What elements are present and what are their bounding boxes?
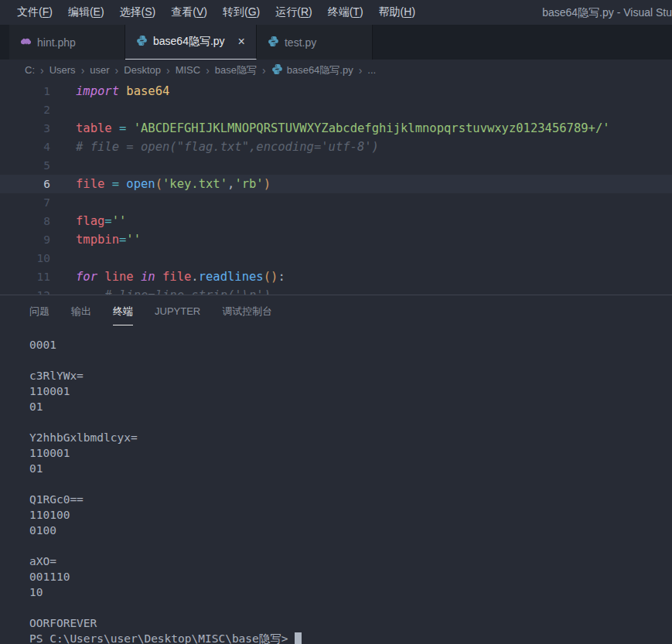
panel-tab-bar: 问题输出终端JUPYTER调试控制台 bbox=[0, 295, 672, 326]
panel-tab-output[interactable]: 输出 bbox=[71, 297, 91, 325]
menu-item-help[interactable]: 帮助(H) bbox=[371, 2, 423, 22]
code-token bbox=[112, 121, 119, 135]
terminal-output-line: 01 bbox=[29, 399, 672, 414]
breadcrumb-item[interactable]: ... bbox=[367, 64, 376, 76]
code-line[interactable]: 6file = open('key.txt','rb') bbox=[0, 175, 672, 193]
line-number[interactable]: 1 bbox=[0, 82, 50, 101]
code-line[interactable]: 1import base64 bbox=[0, 82, 672, 101]
tab-test-py[interactable]: test.py bbox=[257, 25, 373, 60]
line-number[interactable]: 3 bbox=[0, 119, 50, 138]
terminal-output-line: 110001 bbox=[29, 383, 672, 399]
code-text: flag='' bbox=[50, 212, 126, 230]
menu-item-label: 运行( bbox=[275, 5, 301, 18]
code-token bbox=[126, 121, 133, 135]
tab-label: test.py bbox=[285, 36, 316, 49]
breadcrumb-label: Users bbox=[49, 64, 76, 76]
code-token: '' bbox=[112, 214, 127, 228]
menu-item-accesskey: T bbox=[353, 5, 360, 18]
line-number[interactable]: 9 bbox=[0, 230, 50, 249]
menu-item-file[interactable]: 文件(F) bbox=[9, 2, 60, 22]
code-token bbox=[155, 270, 162, 284]
breadcrumb-label: base64隐写.py bbox=[287, 63, 353, 77]
panel-tab-problems[interactable]: 问题 bbox=[29, 297, 49, 325]
menu-item-label: ) bbox=[203, 5, 207, 18]
panel-tab-terminal[interactable]: 终端 bbox=[113, 297, 133, 325]
code-text: file = open('key.txt','rb') bbox=[50, 175, 271, 193]
titlebar: 文件(F)编辑(E)选择(S)查看(V)转到(G)运行(R)终端(T)帮助(H)… bbox=[0, 0, 672, 25]
code-token: readlines bbox=[199, 270, 264, 284]
code-text bbox=[50, 156, 83, 175]
menu-item-edit[interactable]: 编辑(E) bbox=[60, 2, 112, 22]
terminal-output-line: 001110 bbox=[29, 569, 672, 584]
breadcrumb-label: ... bbox=[367, 64, 376, 76]
code-line[interactable]: 11for line in file.readlines(): bbox=[0, 267, 672, 286]
tab-base64-py[interactable]: base64隐写.py× bbox=[125, 25, 257, 60]
line-number[interactable]: 11 bbox=[0, 267, 50, 286]
terminal-output-line: 110100 bbox=[29, 507, 672, 523]
panel-tab-jupyter[interactable]: JUPYTER bbox=[155, 298, 200, 324]
breadcrumb-item[interactable]: MISC bbox=[176, 64, 201, 76]
line-number[interactable]: 6 bbox=[0, 175, 50, 193]
line-number[interactable]: 4 bbox=[0, 138, 50, 156]
breadcrumb-item[interactable]: C: bbox=[25, 64, 35, 76]
terminal[interactable]: 0001 c3RlYWx=11000101 Y2hhbGxlbmdlcyx=11… bbox=[0, 326, 672, 644]
menu-item-run[interactable]: 运行(R) bbox=[268, 2, 319, 22]
panel-tab-debug-console[interactable]: 调试控制台 bbox=[222, 297, 272, 325]
code-text: import base64 bbox=[50, 82, 169, 101]
code-token: open bbox=[126, 177, 155, 191]
python-file-icon bbox=[271, 63, 283, 77]
breadcrumb-item[interactable]: base隐写 bbox=[215, 63, 257, 77]
line-number[interactable]: 8 bbox=[0, 212, 50, 230]
menu-item-view[interactable]: 查看(V) bbox=[163, 2, 215, 22]
code-line[interactable]: 3table = 'ABCDEFGHIJKLMNOPQRSTUVWXYZabcd… bbox=[0, 119, 672, 138]
terminal-output-line: Q1RGc0== bbox=[29, 492, 672, 507]
line-number[interactable]: 2 bbox=[0, 101, 50, 119]
menu-item-label: ) bbox=[360, 5, 363, 18]
code-token: line bbox=[104, 270, 133, 284]
code-line[interactable]: 2 bbox=[0, 101, 672, 119]
terminal-prompt-line[interactable]: PS C:\Users\user\Desktop\MISC\base隐写> bbox=[29, 631, 672, 644]
code-line[interactable]: 8flag='' bbox=[0, 212, 672, 230]
chevron-right-icon: › bbox=[166, 64, 170, 77]
code-token: = bbox=[104, 214, 111, 228]
menu-item-label: 编辑( bbox=[68, 5, 94, 18]
menu-item-accesskey: G bbox=[248, 5, 257, 18]
line-number[interactable]: 7 bbox=[0, 193, 50, 212]
close-icon[interactable]: × bbox=[238, 36, 245, 48]
breadcrumb-item[interactable]: Desktop bbox=[124, 64, 161, 76]
menu-item-selection[interactable]: 选择(S) bbox=[112, 2, 164, 22]
tab-hint-php[interactable]: hint.php bbox=[9, 25, 125, 60]
code-token: for bbox=[76, 270, 97, 284]
terminal-output-line: 10 bbox=[29, 584, 672, 600]
code-text: table = 'ABCDEFGHIJKLMNOPQRSTUVWXYZabcde… bbox=[50, 119, 610, 138]
breadcrumb-item[interactable]: Users bbox=[49, 64, 76, 76]
menu-item-goto[interactable]: 转到(G) bbox=[215, 2, 268, 22]
terminal-output-line: aXO= bbox=[29, 554, 672, 569]
code-editor[interactable]: 1import base642 3table = 'ABCDEFGHIJKLMN… bbox=[0, 80, 672, 295]
code-token: ( bbox=[155, 177, 162, 191]
code-line[interactable]: 9tmpbin='' bbox=[0, 230, 672, 249]
code-line[interactable]: 4# file = open("flag.txt",encoding='utf-… bbox=[0, 138, 672, 156]
menu-item-accesskey: H bbox=[404, 5, 411, 18]
code-line[interactable]: 7 bbox=[0, 193, 672, 212]
code-text bbox=[50, 101, 83, 119]
breadcrumb-item[interactable]: base64隐写.py bbox=[271, 63, 353, 77]
code-line[interactable]: 12 # line=line.strip('\n') bbox=[0, 286, 672, 295]
menu-item-terminal[interactable]: 终端(T) bbox=[320, 2, 371, 22]
menu-item-label: ) bbox=[257, 5, 261, 18]
line-number[interactable]: 5 bbox=[0, 156, 50, 175]
breadcrumb-label: base隐写 bbox=[215, 63, 257, 77]
menu-item-label: 选择( bbox=[120, 5, 145, 18]
code-line[interactable]: 10 bbox=[0, 249, 672, 267]
menu-bar: 文件(F)编辑(E)选择(S)查看(V)转到(G)运行(R)终端(T)帮助(H) bbox=[9, 2, 423, 22]
breadcrumb-item[interactable]: user bbox=[90, 64, 109, 76]
tab-label: hint.php bbox=[37, 36, 76, 49]
line-number[interactable]: 10 bbox=[0, 249, 50, 267]
code-token: # line=line.strip('\n') bbox=[104, 288, 271, 295]
code-token: table bbox=[76, 121, 112, 135]
code-token bbox=[119, 177, 126, 191]
line-number[interactable]: 12 bbox=[0, 286, 50, 295]
menu-item-accesskey: F bbox=[43, 5, 49, 18]
terminal-output-line bbox=[29, 476, 672, 492]
code-line[interactable]: 5 bbox=[0, 156, 672, 175]
